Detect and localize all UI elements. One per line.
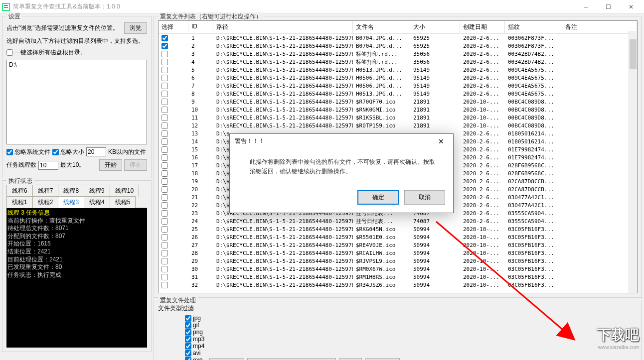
dialog-ok-button[interactable]: 确定 — [357, 190, 399, 205]
dialog-overlay: 警告！！！ ✕ 此操作将删除列表中被勾选的所有文件，不可恢复，请再次确认。按取消… — [0, 0, 644, 360]
dialog-body: 此操作将删除列表中被勾选的所有文件，不可恢复，请再次确认。按取消键返回，确认键继… — [230, 148, 453, 185]
dialog-cancel-button[interactable]: 取消 — [404, 190, 445, 205]
warning-dialog: 警告！！！ ✕ 此操作将删除列表中被勾选的所有文件，不可恢复，请再次确认。按取消… — [229, 133, 454, 213]
dialog-title-text: 警告！！！ — [235, 137, 265, 145]
dialog-close-button[interactable]: ✕ — [434, 137, 448, 145]
